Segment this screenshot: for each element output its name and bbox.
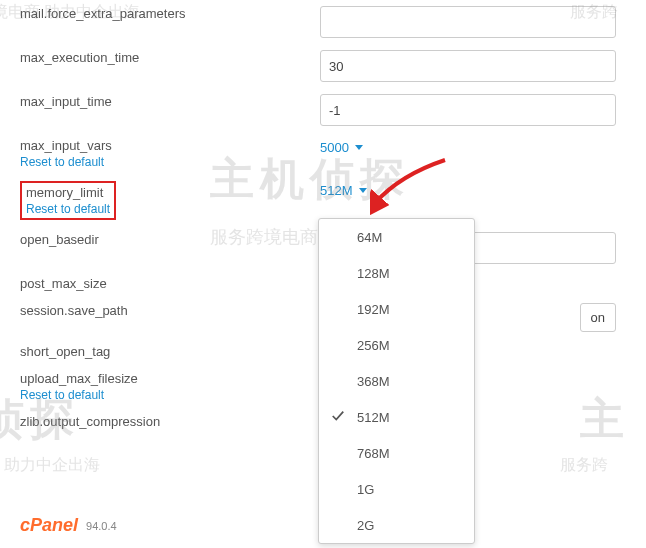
- watermark: 服务跨: [560, 455, 608, 476]
- dropdown-option-512m[interactable]: 512M: [319, 399, 474, 435]
- dropdown-value: 512M: [320, 183, 353, 198]
- dropdown-option-368m[interactable]: 368M: [319, 363, 474, 399]
- setting-label: session.save_path: [20, 303, 128, 318]
- chevron-down-icon: [355, 145, 363, 150]
- setting-label: max_input_time: [20, 94, 112, 109]
- setting-label: post_max_size: [20, 276, 107, 291]
- setting-label: short_open_tag: [20, 344, 110, 359]
- setting-label: zlib.output_compression: [20, 414, 160, 429]
- dropdown-option-1g[interactable]: 1G: [319, 471, 474, 507]
- reset-to-default-link[interactable]: Reset to default: [20, 388, 320, 402]
- setting-label: open_basedir: [20, 232, 99, 247]
- reset-to-default-link[interactable]: Reset to default: [20, 155, 320, 169]
- dropdown-option-256m[interactable]: 256M: [319, 327, 474, 363]
- dropdown-option-64m[interactable]: 64M: [319, 219, 474, 255]
- setting-label: max_execution_time: [20, 50, 139, 65]
- dropdown-option-128m[interactable]: 128M: [319, 255, 474, 291]
- dropdown-option-768m[interactable]: 768M: [319, 435, 474, 471]
- cpanel-logo: cPanel: [20, 515, 78, 536]
- setting-label: max_input_vars: [20, 138, 112, 153]
- mail-force-extra-parameters-input[interactable]: [320, 6, 616, 38]
- chevron-down-icon: [359, 188, 367, 193]
- setting-row-max-input-vars: max_input_vars Reset to default 5000: [0, 132, 646, 175]
- session-save-path-partial-button[interactable]: on: [580, 303, 616, 332]
- setting-label: upload_max_filesize: [20, 371, 138, 386]
- setting-row-max-input-time: max_input_time: [0, 88, 646, 132]
- reset-to-default-link[interactable]: Reset to default: [26, 202, 110, 216]
- setting-row-max-execution-time: max_execution_time: [0, 44, 646, 88]
- memory-limit-highlight: memory_limit Reset to default: [20, 181, 116, 220]
- setting-row-mail-force-extra-parameters: mail.force_extra_parameters: [0, 0, 646, 44]
- watermark: 务跨境电商 助力中企出海: [0, 455, 100, 476]
- max-input-vars-dropdown[interactable]: 5000: [320, 140, 363, 155]
- dropdown-value: 5000: [320, 140, 349, 155]
- max-input-time-input[interactable]: [320, 94, 616, 126]
- footer: cPanel 94.0.4: [20, 515, 117, 536]
- check-icon: [331, 409, 345, 423]
- memory-limit-dropdown-menu: 64M 128M 192M 256M 368M 512M 768M 1G 2G: [318, 218, 475, 544]
- dropdown-option-192m[interactable]: 192M: [319, 291, 474, 327]
- max-execution-time-input[interactable]: [320, 50, 616, 82]
- setting-label: mail.force_extra_parameters: [20, 6, 185, 21]
- dropdown-option-2g[interactable]: 2G: [319, 507, 474, 543]
- memory-limit-dropdown[interactable]: 512M: [320, 183, 367, 198]
- setting-label: memory_limit: [26, 185, 103, 200]
- cpanel-version: 94.0.4: [86, 520, 117, 532]
